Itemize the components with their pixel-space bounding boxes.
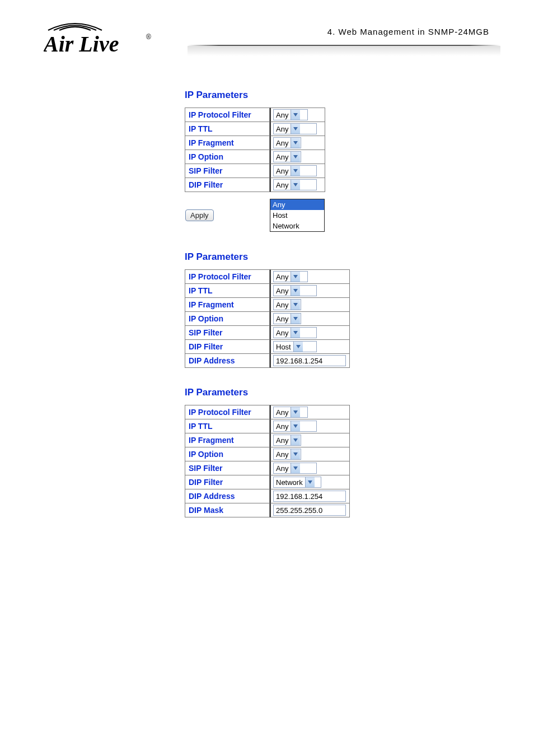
select-sip-filter[interactable]: Any <box>273 165 317 176</box>
select-value: Any <box>274 436 291 445</box>
table-row: SIP Filter Any <box>185 461 350 475</box>
chevron-down-icon <box>291 407 300 417</box>
select-value: Network <box>274 478 305 487</box>
select-dip-filter[interactable]: Network <box>273 477 321 488</box>
chevron-down-icon <box>291 449 300 459</box>
table-row: SIP Filter Any <box>185 326 350 340</box>
chevron-down-icon <box>291 314 300 324</box>
select-ip-fragment[interactable]: Any <box>273 299 301 310</box>
select-ip-protocol-filter[interactable]: Any <box>273 271 308 282</box>
select-value: Any <box>274 125 291 133</box>
table-row: IP Protocol Filter Any <box>185 108 325 122</box>
dropdown-option-network[interactable]: Network <box>270 221 324 231</box>
select-ip-ttl[interactable]: Any <box>273 285 317 296</box>
select-value: Any <box>274 422 291 431</box>
label-ip-protocol-filter: IP Protocol Filter <box>185 405 270 419</box>
select-value: Any <box>274 181 291 189</box>
chevron-down-icon <box>291 110 300 120</box>
label-dip-filter: DIP Filter <box>185 178 270 192</box>
svg-text:®: ® <box>146 33 151 41</box>
table-row: IP Protocol Filter Any <box>185 269 350 284</box>
label-sip-filter: SIP Filter <box>185 326 270 340</box>
dropdown-option-host[interactable]: Host <box>270 210 324 221</box>
select-value: Any <box>274 139 291 147</box>
table-row: DIP Filter Network <box>185 475 350 489</box>
table-row: IP Fragment Any <box>185 136 325 150</box>
select-value: Any <box>274 329 291 337</box>
table-row: IP Option Any <box>185 312 350 326</box>
select-ip-option[interactable]: Any <box>273 313 301 324</box>
select-value: Host <box>274 343 293 351</box>
table-row: IP TTL Any <box>185 284 350 298</box>
parameters-table: IP Protocol Filter Any IP TTL Any IP Fra… <box>185 269 350 368</box>
select-value: Any <box>274 301 291 309</box>
select-value: Any <box>274 273 291 281</box>
apply-button[interactable]: Apply <box>185 209 214 221</box>
select-ip-fragment[interactable]: Any <box>273 137 301 148</box>
select-ip-fragment[interactable]: Any <box>273 435 301 446</box>
logo-text: Air Live <box>44 31 119 57</box>
chevron-down-icon <box>291 286 300 296</box>
select-value: Any <box>274 111 291 119</box>
label-ip-option: IP Option <box>185 312 270 326</box>
table-row: IP Fragment Any <box>185 433 350 447</box>
label-ip-ttl: IP TTL <box>185 284 270 298</box>
ip-parameters-section-2: IP Parameters IP Protocol Filter Any IP … <box>185 251 350 368</box>
chevron-down-icon <box>291 138 300 148</box>
select-sip-filter[interactable]: Any <box>273 463 317 474</box>
select-value: Any <box>274 450 291 459</box>
label-ip-option: IP Option <box>185 150 270 164</box>
label-sip-filter: SIP Filter <box>185 461 270 475</box>
label-sip-filter: SIP Filter <box>185 164 270 178</box>
chevron-down-icon <box>291 421 300 431</box>
chevron-down-icon <box>291 328 300 338</box>
select-ip-ttl[interactable]: Any <box>273 421 317 432</box>
select-ip-protocol-filter[interactable]: Any <box>273 407 308 418</box>
dip-filter-dropdown-list[interactable]: Any Host Network <box>270 199 325 232</box>
table-row: SIP Filter Any <box>185 164 325 178</box>
label-ip-fragment: IP Fragment <box>185 298 270 312</box>
chevron-down-icon <box>291 166 300 176</box>
ip-parameters-section-3: IP Parameters IP Protocol Filter Any IP … <box>185 387 350 517</box>
label-dip-filter: DIP Filter <box>185 340 270 354</box>
select-value: Any <box>274 464 291 473</box>
label-ip-protocol-filter: IP Protocol Filter <box>185 108 270 122</box>
ip-parameters-section-1: IP Parameters IP Protocol Filter Any IP … <box>185 90 350 232</box>
section-title: IP Parameters <box>185 387 350 398</box>
page-header-text: 4. Web Management in SNMP-24MGB <box>327 27 489 36</box>
section-title: IP Parameters <box>185 251 350 263</box>
label-ip-ttl: IP TTL <box>185 419 270 433</box>
select-dip-filter[interactable]: Host <box>273 341 317 352</box>
table-row: DIP Mask 255.255.255.0 <box>185 503 350 517</box>
label-dip-address: DIP Address <box>185 354 270 368</box>
select-ip-option[interactable]: Any <box>273 449 301 460</box>
select-sip-filter[interactable]: Any <box>273 327 317 338</box>
select-dip-filter[interactable]: Any <box>273 179 317 190</box>
input-dip-address[interactable]: 192.168.1.254 <box>273 491 346 502</box>
select-ip-protocol-filter[interactable]: Any <box>273 109 308 120</box>
main-content: IP Parameters IP Protocol Filter Any IP … <box>185 90 350 536</box>
table-row: IP Option Any <box>185 150 325 164</box>
dropdown-option-any[interactable]: Any <box>270 199 324 210</box>
chevron-down-icon <box>293 342 303 352</box>
chevron-down-icon <box>291 435 300 445</box>
chevron-down-icon <box>305 477 315 487</box>
parameters-table: IP Protocol Filter Any IP TTL Any IP Fra… <box>185 405 350 517</box>
select-ip-ttl[interactable]: Any <box>273 123 317 134</box>
table-row: IP TTL Any <box>185 122 325 136</box>
brand-logo: Air Live ® <box>44 20 156 59</box>
select-value: Any <box>274 167 291 175</box>
select-ip-option[interactable]: Any <box>273 151 301 162</box>
table-row: DIP Filter Host <box>185 340 350 354</box>
chevron-down-icon <box>291 463 300 473</box>
table-row: IP TTL Any <box>185 419 350 433</box>
input-dip-address[interactable]: 192.168.1.254 <box>273 355 346 366</box>
section-title: IP Parameters <box>185 90 350 101</box>
label-ip-option: IP Option <box>185 447 270 461</box>
label-dip-filter: DIP Filter <box>185 475 270 489</box>
label-ip-protocol-filter: IP Protocol Filter <box>185 269 270 284</box>
table-row: DIP Address 192.168.1.254 <box>185 354 350 368</box>
table-row: IP Option Any <box>185 447 350 461</box>
input-dip-mask[interactable]: 255.255.255.0 <box>273 505 346 516</box>
parameters-table: IP Protocol Filter Any IP TTL Any IP Fra… <box>185 108 325 232</box>
